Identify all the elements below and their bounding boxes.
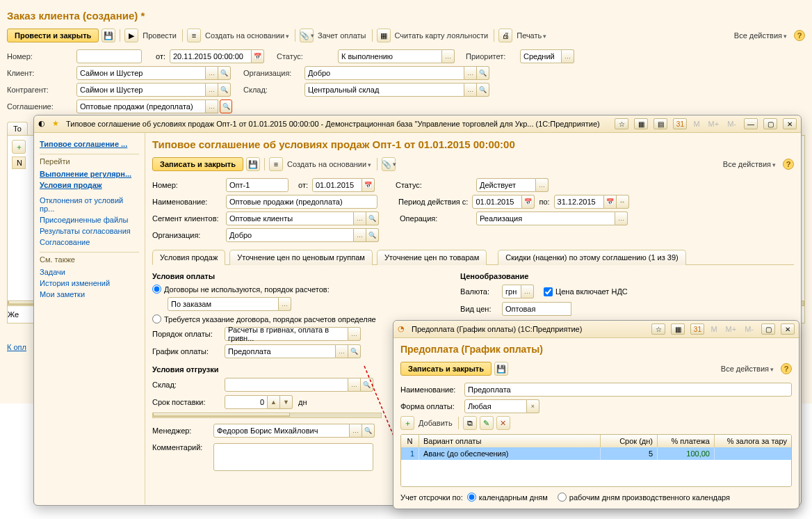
choose-icon[interactable]: … xyxy=(348,378,361,392)
settlement-order-field[interactable]: По заказам xyxy=(168,297,279,311)
close-icon[interactable]: ✕ xyxy=(781,324,795,335)
tab-price-groups[interactable]: Уточнение цен по ценовым группам xyxy=(229,250,373,265)
create-on-basis-dropdown[interactable]: Создать на основании xyxy=(286,159,373,170)
date-field[interactable]: 01.01.2015 xyxy=(312,178,362,192)
post-icon[interactable]: ▶ xyxy=(124,29,138,42)
choose-icon[interactable]: … xyxy=(206,83,218,97)
magnifier-icon[interactable]: 🔍 xyxy=(361,378,373,392)
choose-icon[interactable]: … xyxy=(536,178,549,192)
side-main[interactable]: Типовое соглашение ... xyxy=(40,138,139,150)
edit-icon[interactable]: ✎ xyxy=(480,416,494,430)
post-button[interactable]: Провести xyxy=(141,30,178,41)
restore-icon[interactable]: ▢ xyxy=(761,324,775,335)
star-icon[interactable]: ★ xyxy=(52,119,62,129)
date-field[interactable]: 20.11.2015 00:00:00 xyxy=(170,49,252,63)
help-icon[interactable]: ? xyxy=(783,159,794,170)
table-row[interactable]: 1 Аванс (до обеспечения) 5 100,00 xyxy=(401,447,791,460)
grid-icon[interactable]: ▦ xyxy=(671,324,685,335)
tab-goods[interactable]: То xyxy=(7,122,28,135)
spin-up-icon[interactable]: ▲ xyxy=(268,395,280,409)
priority-field[interactable]: Средний xyxy=(520,49,562,63)
attach-icon[interactable]: 📎 xyxy=(300,29,314,42)
save-icon[interactable]: 💾 xyxy=(494,362,508,376)
magnifier-icon[interactable]: 🔍 xyxy=(366,228,379,242)
calendar-icon[interactable]: 📅 xyxy=(362,178,375,192)
delete-icon[interactable]: ✕ xyxy=(496,416,510,430)
choose-icon[interactable]: … xyxy=(336,344,348,358)
dropdown-icon[interactable]: ◐ xyxy=(38,119,48,129)
delivery-days-field[interactable]: 0 xyxy=(225,395,268,409)
client-field[interactable]: Саймон и Шустер xyxy=(76,66,206,80)
all-actions-dropdown[interactable]: Все действия xyxy=(722,159,777,170)
calendar-icon[interactable]: 📅 xyxy=(522,195,535,209)
clear-icon[interactable]: × xyxy=(527,399,539,413)
spin-down-icon[interactable]: ▼ xyxy=(280,395,293,409)
org-field[interactable]: Добро xyxy=(304,66,464,80)
radio-no-contract[interactable]: Договоры не используются, порядок расчет… xyxy=(152,285,330,294)
choose-icon[interactable]: … xyxy=(442,49,455,63)
th-days[interactable]: Срок (дн) xyxy=(601,435,658,447)
th-n[interactable]: N xyxy=(401,435,419,447)
attach-icon[interactable]: 📎 xyxy=(382,157,396,171)
choose-icon[interactable]: … xyxy=(464,66,477,80)
choose-icon[interactable]: … xyxy=(206,66,218,80)
th-percent[interactable]: % платежа xyxy=(658,435,715,447)
save-and-close-button[interactable]: Записать и закрыть xyxy=(152,157,243,171)
save-icon[interactable]: 💾 xyxy=(102,29,115,42)
close-icon[interactable]: ✕ xyxy=(783,118,797,129)
side-link-results[interactable]: Результаты согласования xyxy=(40,225,139,237)
magnifier-icon[interactable]: 🔍 xyxy=(366,211,379,225)
save-and-close-button[interactable]: Записать и закрыть xyxy=(400,362,492,376)
operation-field[interactable]: Реализация xyxy=(476,211,615,225)
pay-schedule-field[interactable]: Предоплата xyxy=(225,344,336,358)
create-on-basis-dropdown[interactable]: Создать на основании xyxy=(204,30,291,41)
org-field[interactable]: Добро xyxy=(226,228,354,242)
choose-icon[interactable]: … xyxy=(464,83,477,97)
tab-terms[interactable]: Условия продаж xyxy=(152,250,225,265)
radio-workdays[interactable]: рабочим дням производственного календаря xyxy=(558,493,730,502)
add-icon[interactable]: ＋ xyxy=(400,416,414,430)
calendar-icon[interactable]: 📅 xyxy=(604,195,617,209)
comment-field[interactable] xyxy=(213,443,373,471)
segment-field[interactable]: Оптовые клиенты xyxy=(226,211,354,225)
radio-contract-required[interactable]: Требуется указание договора, порядок рас… xyxy=(152,314,376,324)
side-link-history[interactable]: История изменений xyxy=(40,278,139,289)
copy-icon[interactable]: ⧉ xyxy=(463,416,477,430)
choose-icon[interactable]: … xyxy=(521,285,534,298)
vat-included-checkbox[interactable]: Цена включает НДС xyxy=(544,287,628,296)
add-icon[interactable]: ＋ xyxy=(12,140,26,154)
card-icon[interactable]: ▦ xyxy=(377,29,391,42)
expand-icon[interactable]: ↔ xyxy=(617,195,629,209)
choose-icon[interactable]: … xyxy=(562,49,574,63)
read-card-button[interactable]: Считать карту лояльности xyxy=(393,30,490,41)
all-actions-dropdown[interactable]: Все действия xyxy=(720,363,775,374)
side-link-notes[interactable]: Мои заметки xyxy=(40,289,139,300)
status-field[interactable]: Действует xyxy=(476,178,536,192)
magnifier-icon[interactable]: 🔍 xyxy=(218,66,231,80)
help-icon[interactable]: ? xyxy=(794,30,805,41)
name-field[interactable]: Оптовые продажи (предоплата) xyxy=(226,195,377,209)
side-link-agree[interactable]: Согласование xyxy=(40,237,139,248)
period-to-field[interactable]: 31.12.2015 xyxy=(554,195,604,209)
pay-order-field[interactable]: Расчеты в гривнах, оплата в гривн... xyxy=(225,327,348,341)
list-icon[interactable]: ≡ xyxy=(187,29,201,42)
choose-icon[interactable]: … xyxy=(348,327,361,341)
choose-icon[interactable]: … xyxy=(354,228,366,242)
status-field[interactable]: К выполнению xyxy=(338,49,442,63)
th-deposit[interactable]: % залога за тару xyxy=(715,435,791,447)
payform-field[interactable]: Любая xyxy=(464,399,527,413)
number-field[interactable] xyxy=(76,49,142,63)
warehouse-field[interactable]: Центральный склад xyxy=(304,83,464,97)
minimize-icon[interactable]: — xyxy=(744,118,758,129)
counterparty-field[interactable]: Саймон и Шустер xyxy=(76,83,206,97)
choose-icon[interactable]: … xyxy=(279,297,291,311)
magnifier-icon[interactable]: 🔍 xyxy=(362,424,375,438)
side-link-terms[interactable]: Условия продаж xyxy=(40,179,139,191)
radio-calendar-days[interactable]: календарным дням xyxy=(467,493,548,502)
calc-icon[interactable]: ▤ xyxy=(653,118,667,129)
list-icon[interactable]: ≡ xyxy=(269,157,283,171)
agreement-field[interactable]: Оптовые продажи (предоплата) xyxy=(76,99,206,113)
choose-icon[interactable]: … xyxy=(354,211,366,225)
offset-payment-button[interactable]: Зачет оплаты xyxy=(316,30,367,41)
open-agreement-icon[interactable]: 🔍 xyxy=(220,99,232,113)
